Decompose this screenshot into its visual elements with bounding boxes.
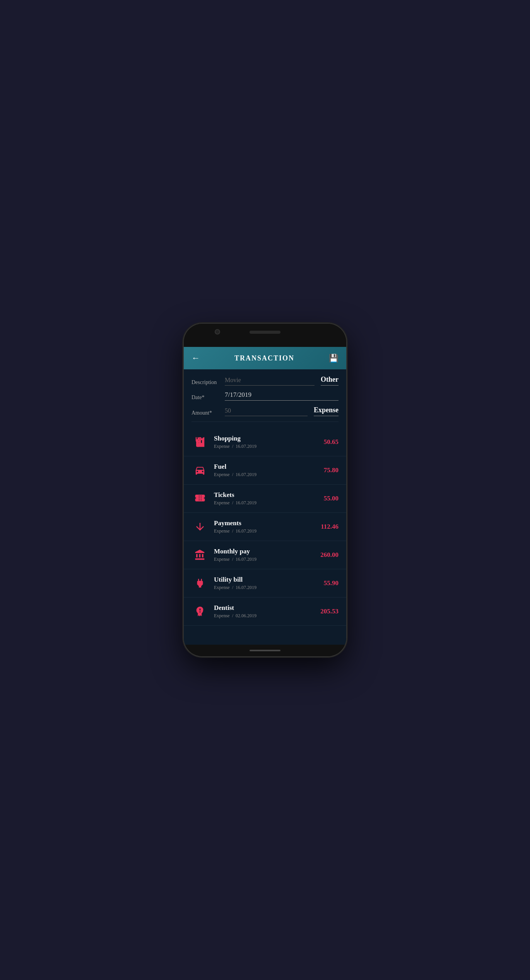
phone-frame: ← TRANSACTION 💾 Description Movie Other … bbox=[184, 324, 346, 656]
description-value[interactable]: Other bbox=[321, 376, 339, 386]
list-item[interactable]: Monthly pay Expense / 16.07.2019 260.00 bbox=[184, 541, 346, 569]
transaction-amount: 260.00 bbox=[320, 551, 339, 559]
back-button[interactable]: ← bbox=[191, 353, 200, 363]
list-item[interactable]: Dentist Expense / 02.06.2019 205.53 bbox=[184, 598, 346, 626]
description-label: Description bbox=[191, 379, 219, 386]
amount-row: Amount* 50 Expense bbox=[191, 406, 339, 416]
header-title: TRANSACTION bbox=[234, 354, 294, 362]
transaction-amount: 55.90 bbox=[324, 579, 339, 587]
transaction-amount: 205.53 bbox=[320, 608, 339, 615]
description-placeholder[interactable]: Movie bbox=[225, 377, 315, 386]
bank-icon bbox=[191, 546, 209, 563]
date-value[interactable]: 7/17/2019 bbox=[225, 391, 339, 401]
tickets-icon bbox=[191, 490, 209, 507]
amount-label: Amount* bbox=[191, 410, 219, 416]
transactions-list: Shopping Expense / 16.07.2019 50.65 Fuel… bbox=[184, 428, 346, 645]
transaction-name: Fuel bbox=[214, 463, 324, 471]
transaction-meta: Expense / 16.07.2019 bbox=[214, 444, 324, 449]
transaction-meta: Expense / 16.07.2019 bbox=[214, 500, 324, 506]
transaction-amount: 112.46 bbox=[321, 523, 339, 531]
transaction-info: Utility bill Expense / 16.07.2019 bbox=[214, 576, 324, 591]
phone-speaker bbox=[250, 331, 280, 334]
phone-notch bbox=[184, 324, 346, 347]
transaction-meta: Expense / 16.07.2019 bbox=[214, 472, 324, 478]
phone-bottom bbox=[184, 645, 346, 656]
transaction-meta: Expense / 16.07.2019 bbox=[214, 528, 321, 534]
list-item[interactable]: Shopping Expense / 16.07.2019 50.65 bbox=[184, 428, 346, 456]
date-label: Date* bbox=[191, 394, 219, 401]
list-item[interactable]: Tickets Expense / 16.07.2019 55.00 bbox=[184, 485, 346, 513]
save-icon[interactable]: 💾 bbox=[329, 353, 339, 363]
transaction-meta: Expense / 16.07.2019 bbox=[214, 585, 324, 591]
transaction-info: Monthly pay Expense / 16.07.2019 bbox=[214, 548, 320, 562]
dentist-icon bbox=[191, 603, 209, 620]
list-item[interactable]: Payments Expense / 16.07.2019 112.46 bbox=[184, 513, 346, 541]
form-divider bbox=[191, 422, 339, 422]
amount-type[interactable]: Expense bbox=[314, 406, 339, 416]
transaction-info: Fuel Expense / 16.07.2019 bbox=[214, 463, 324, 478]
transaction-amount: 50.65 bbox=[324, 438, 339, 446]
transaction-meta: Expense / 02.06.2019 bbox=[214, 613, 320, 619]
phone-camera bbox=[215, 329, 220, 335]
transaction-name: Payments bbox=[214, 519, 321, 527]
phone-screen: ← TRANSACTION 💾 Description Movie Other … bbox=[184, 347, 346, 645]
transaction-name: Tickets bbox=[214, 491, 324, 499]
transaction-info: Shopping Expense / 16.07.2019 bbox=[214, 435, 324, 449]
transaction-meta: Expense / 16.07.2019 bbox=[214, 557, 320, 562]
shopping-icon bbox=[191, 434, 209, 451]
home-indicator bbox=[250, 650, 280, 651]
fuel-icon bbox=[191, 462, 209, 479]
transaction-info: Dentist Expense / 02.06.2019 bbox=[214, 604, 320, 619]
amount-placeholder[interactable]: 50 bbox=[225, 407, 308, 416]
payments-icon bbox=[191, 518, 209, 535]
date-row: Date* 7/17/2019 bbox=[191, 391, 339, 401]
transaction-name: Shopping bbox=[214, 435, 324, 442]
list-item[interactable]: Utility bill Expense / 16.07.2019 55.90 bbox=[184, 569, 346, 598]
utility-icon bbox=[191, 575, 209, 592]
transaction-info: Payments Expense / 16.07.2019 bbox=[214, 519, 321, 534]
transaction-amount: 75.80 bbox=[324, 466, 339, 474]
transaction-info: Tickets Expense / 16.07.2019 bbox=[214, 491, 324, 506]
transaction-amount: 55.00 bbox=[324, 495, 339, 502]
transaction-name: Dentist bbox=[214, 604, 320, 612]
transaction-name: Utility bill bbox=[214, 576, 324, 584]
transaction-header: ← TRANSACTION 💾 bbox=[184, 347, 346, 369]
transaction-form: Description Movie Other Date* 7/17/2019 … bbox=[184, 369, 346, 428]
description-row: Description Movie Other bbox=[191, 376, 339, 386]
transaction-name: Monthly pay bbox=[214, 548, 320, 555]
list-item[interactable]: Fuel Expense / 16.07.2019 75.80 bbox=[184, 456, 346, 485]
